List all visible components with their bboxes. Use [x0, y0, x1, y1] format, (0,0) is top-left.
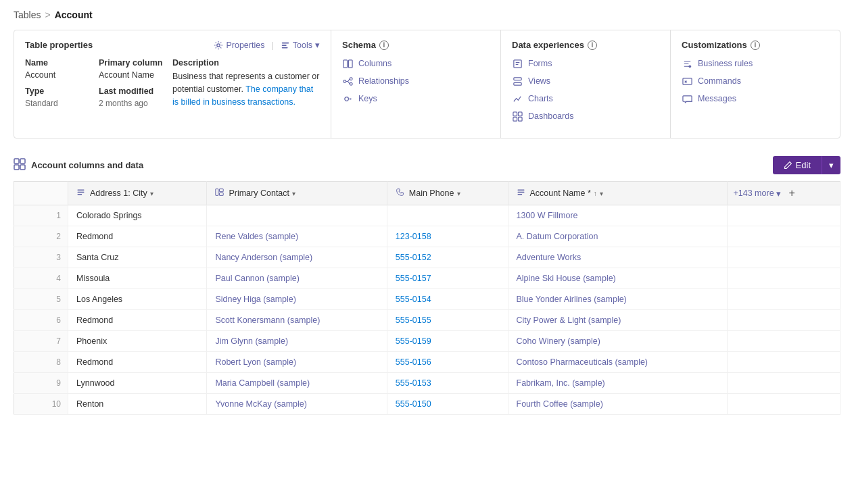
keys-link[interactable]: Keys — [342, 93, 490, 104]
contact-cell: Sidney Higa (sample) — [207, 289, 387, 310]
city-cell: Phoenix — [68, 331, 207, 352]
table-row: 6 Redmond Scott Konersmann (sample) 555-… — [14, 310, 840, 331]
account-cell: 1300 W Fillmore — [508, 205, 728, 226]
edit-icon — [784, 161, 792, 170]
svg-rect-30 — [78, 194, 82, 195]
account-cell: City Power & Light (sample) — [508, 310, 728, 331]
phone-value: 123-0158 — [396, 232, 431, 241]
city-cell: Santa Cruz — [68, 247, 207, 268]
svg-point-0 — [217, 43, 220, 46]
svg-point-19 — [688, 65, 691, 68]
table-props-title: Table properties — [25, 40, 93, 50]
phone-cell: 555-0154 — [387, 289, 508, 310]
views-icon — [512, 76, 523, 86]
city-cell: Lynnwood — [68, 373, 207, 394]
table-row: 9 Lynnwood Maria Campbell (sample) 555-0… — [14, 373, 840, 394]
account-column-header[interactable]: Account Name * ↑ ▾ — [508, 182, 728, 205]
account-link[interactable]: Coho Winery (sample) — [517, 336, 600, 346]
customizations-info-icon[interactable]: i — [751, 41, 760, 50]
phone-value: 555-0150 — [396, 399, 431, 409]
phone-value: 555-0154 — [396, 295, 431, 304]
business-rules-link[interactable]: Business rules — [682, 58, 829, 69]
messages-link[interactable]: Messages — [682, 93, 829, 104]
breadcrumb-tables[interactable]: Tables — [14, 9, 41, 20]
svg-rect-27 — [20, 165, 25, 170]
contact-link[interactable]: Rene Valdes (sample) — [215, 232, 298, 241]
columns-icon — [342, 58, 353, 69]
contact-cell: Scott Konersmann (sample) — [207, 310, 387, 331]
contact-cell: Maria Campbell (sample) — [207, 373, 387, 394]
messages-icon — [682, 93, 692, 104]
account-link[interactable]: Contoso Pharmaceuticals (sample) — [517, 357, 648, 367]
svg-rect-24 — [14, 159, 19, 163]
contact-cell: Yvonne McKay (sample) — [207, 394, 387, 415]
edit-button[interactable]: Edit — [773, 156, 822, 174]
account-cell: Contoso Pharmaceuticals (sample) — [508, 352, 728, 373]
edit-dropdown-button[interactable]: ▾ — [822, 156, 840, 174]
contact-link[interactable]: Robert Lyon (sample) — [215, 357, 296, 367]
contact-link[interactable]: Paul Cannon (sample) — [215, 274, 299, 283]
commands-link[interactable]: Commands — [682, 76, 829, 86]
row-num-header — [14, 182, 68, 205]
tools-icon — [281, 41, 290, 50]
row-number: 1 — [14, 205, 68, 226]
account-cell: Adventure Works — [508, 247, 728, 268]
account-link[interactable]: City Power & Light (sample) — [517, 316, 621, 325]
city-column-header[interactable]: Address 1: City ▾ — [68, 182, 207, 205]
table-row: 8 Redmond Robert Lyon (sample) 555-0156 … — [14, 352, 840, 373]
charts-link[interactable]: Charts — [512, 93, 659, 104]
account-link[interactable]: Adventure Works — [517, 253, 582, 262]
contact-link[interactable]: Jim Glynn (sample) — [215, 336, 288, 346]
add-column-button[interactable]: + — [786, 187, 798, 199]
properties-button[interactable]: Properties — [214, 41, 264, 50]
extra-cell — [728, 394, 840, 415]
extra-cell — [728, 268, 840, 289]
contact-link[interactable]: Nancy Anderson (sample) — [215, 253, 312, 262]
edit-button-group: Edit ▾ — [773, 156, 840, 174]
account-col-icon — [517, 188, 525, 199]
forms-link[interactable]: Forms — [512, 58, 659, 69]
phone-cell: 555-0159 — [387, 331, 508, 352]
row-number: 7 — [14, 331, 68, 352]
account-link[interactable]: Fourth Coffee (sample) — [517, 399, 603, 409]
keys-icon — [342, 93, 353, 104]
city-sort-icon: ▾ — [150, 190, 153, 197]
account-link[interactable]: Blue Yonder Airlines (sample) — [517, 295, 627, 304]
svg-rect-26 — [14, 165, 19, 170]
extra-cell — [728, 205, 840, 226]
more-columns-button[interactable]: +143 more ▾ — [733, 188, 780, 199]
tools-button[interactable]: Tools ▾ — [281, 40, 320, 50]
contact-link[interactable]: Maria Campbell (sample) — [215, 378, 310, 388]
svg-rect-29 — [78, 192, 85, 193]
account-link[interactable]: Alpine Ski House (sample) — [517, 274, 616, 283]
dashboards-link[interactable]: Dashboards — [512, 111, 659, 122]
svg-rect-20 — [682, 78, 691, 84]
account-sort-asc-icon: ↑ — [594, 190, 597, 197]
phone-sort-icon: ▾ — [457, 190, 460, 197]
account-link[interactable]: A. Datum Corporation — [517, 232, 598, 241]
views-link[interactable]: Views — [512, 76, 659, 86]
contact-link[interactable]: Scott Konersmann (sample) — [215, 316, 320, 325]
desc-link[interactable]: The company that is billed in business t… — [172, 84, 313, 107]
phone-cell: 555-0152 — [387, 247, 508, 268]
contact-column-header[interactable]: Primary Contact ▾ — [207, 182, 387, 205]
table-row: 3 Santa Cruz Nancy Anderson (sample) 555… — [14, 247, 840, 268]
account-link[interactable]: 1300 W Fillmore — [517, 211, 578, 220]
row-number: 6 — [14, 310, 68, 331]
svg-rect-23 — [682, 95, 691, 101]
data-exp-info-icon[interactable]: i — [588, 41, 597, 50]
phone-column-header[interactable]: Main Phone ▾ — [387, 182, 508, 205]
row-number: 4 — [14, 268, 68, 289]
phone-cell: 123-0158 — [387, 226, 508, 247]
forms-icon — [512, 58, 523, 69]
columns-link[interactable]: Columns — [342, 58, 490, 69]
phone-cell: 555-0156 — [387, 352, 508, 373]
row-number: 8 — [14, 352, 68, 373]
contact-link[interactable]: Yvonne McKay (sample) — [215, 399, 306, 409]
city-cell: Los Angeles — [68, 289, 207, 310]
relationships-link[interactable]: Relationships — [342, 76, 490, 86]
schema-info-icon[interactable]: i — [379, 41, 389, 50]
contact-link[interactable]: Sidney Higa (sample) — [215, 295, 296, 304]
account-link[interactable]: Fabrikam, Inc. (sample) — [517, 378, 605, 388]
account-cell: Blue Yonder Airlines (sample) — [508, 289, 728, 310]
